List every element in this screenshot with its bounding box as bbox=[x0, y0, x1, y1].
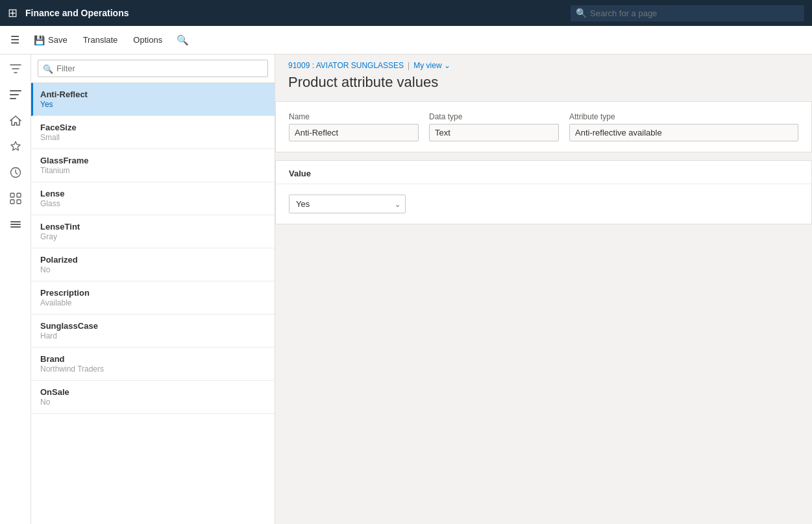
svg-rect-5 bbox=[17, 193, 21, 197]
options-button[interactable]: Options bbox=[127, 31, 169, 49]
fields-row: Name Data type Attribute type bbox=[289, 112, 798, 141]
favorites-button[interactable] bbox=[4, 135, 27, 158]
my-view-label: My view bbox=[413, 61, 441, 70]
list-item[interactable]: Lense Glass bbox=[31, 182, 275, 215]
list-item-value: Available bbox=[40, 298, 265, 307]
value-section-header: Value bbox=[276, 161, 811, 184]
value-select-wrapper: Yes No ⌄ bbox=[289, 195, 406, 213]
svg-rect-6 bbox=[10, 200, 14, 204]
fields-card: Name Data type Attribute type bbox=[275, 101, 812, 152]
svg-rect-4 bbox=[10, 193, 14, 197]
search-wrapper: 🔍 bbox=[571, 5, 804, 21]
list-item[interactable]: FaceSize Small bbox=[31, 116, 275, 149]
breadcrumb-item-code[interactable]: 91009 : AVIATOR SUNGLASSES bbox=[288, 61, 404, 70]
svg-rect-9 bbox=[10, 224, 21, 225]
main-layout: 🔍 Anti-Reflect Yes FaceSize Small GlassF… bbox=[0, 54, 812, 524]
list-item[interactable]: Brand Northwind Traders bbox=[31, 348, 275, 381]
value-section-body: Yes No ⌄ bbox=[276, 184, 811, 224]
grid-icon[interactable]: ⊞ bbox=[8, 6, 18, 20]
search-icon-top: 🔍 bbox=[576, 8, 587, 18]
recent-button[interactable] bbox=[4, 161, 27, 184]
left-sidebar bbox=[0, 54, 31, 524]
list-item-name: LenseTint bbox=[40, 222, 265, 232]
svg-rect-8 bbox=[10, 221, 21, 222]
save-button[interactable]: 💾 Save bbox=[27, 31, 74, 49]
svg-rect-2 bbox=[10, 98, 16, 99]
name-label: Name bbox=[289, 112, 419, 121]
app-title: Finance and Operations bbox=[25, 8, 563, 18]
filter-icon: 🔍 bbox=[43, 64, 53, 73]
list-item-name: Lense bbox=[40, 189, 265, 198]
list-item-name: OnSale bbox=[40, 387, 265, 397]
data-type-label: Data type bbox=[429, 112, 559, 121]
attr-type-label: Attribute type bbox=[569, 112, 798, 121]
svg-rect-10 bbox=[10, 226, 21, 228]
list-item-value: Hard bbox=[40, 331, 265, 340]
list-item-name: GlassFrame bbox=[40, 156, 265, 165]
value-select[interactable]: Yes No bbox=[289, 195, 406, 213]
translate-button[interactable]: Translate bbox=[77, 31, 125, 49]
value-section: Value Yes No ⌄ bbox=[275, 160, 812, 224]
data-type-input[interactable] bbox=[429, 124, 559, 141]
filter-bar: 🔍 bbox=[31, 54, 275, 83]
list-item[interactable]: Anti-Reflect Yes bbox=[31, 83, 275, 116]
list-item-name: Polarized bbox=[40, 255, 265, 265]
name-field-group: Name bbox=[289, 112, 419, 141]
list-item-value: Gray bbox=[40, 232, 265, 241]
page-title: Product attribute values bbox=[275, 71, 812, 101]
home-button[interactable] bbox=[4, 109, 27, 132]
filter-input[interactable] bbox=[38, 60, 268, 77]
list-item-name: FaceSize bbox=[40, 123, 265, 132]
attribute-list: Anti-Reflect Yes FaceSize Small GlassFra… bbox=[31, 83, 275, 524]
attr-type-input[interactable] bbox=[569, 124, 798, 141]
list-item[interactable]: GlassFrame Titanium bbox=[31, 149, 275, 182]
my-view-button[interactable]: My view ⌄ bbox=[413, 61, 450, 70]
list-item[interactable]: SunglassCase Hard bbox=[31, 315, 275, 348]
filter-sidebar-button[interactable] bbox=[4, 57, 27, 80]
list-item-value: Northwind Traders bbox=[40, 364, 265, 374]
svg-rect-1 bbox=[10, 94, 19, 95]
breadcrumb-separator: | bbox=[408, 61, 410, 70]
options-label: Options bbox=[133, 35, 162, 45]
hamburger-button[interactable]: ☰ bbox=[5, 30, 25, 50]
list-item[interactable]: Prescription Available bbox=[31, 281, 275, 315]
svg-rect-7 bbox=[17, 200, 21, 204]
name-input[interactable] bbox=[289, 124, 419, 141]
list-item-value: Yes bbox=[40, 100, 265, 109]
list-item-value: Titanium bbox=[40, 166, 265, 175]
list-item-value: Glass bbox=[40, 199, 265, 208]
list-item-value: No bbox=[40, 398, 265, 407]
command-search-button[interactable]: 🔍 bbox=[171, 30, 194, 50]
save-label: Save bbox=[48, 35, 68, 45]
list-item-name: SunglassCase bbox=[40, 321, 265, 331]
top-nav-bar: ⊞ Finance and Operations 🔍 bbox=[0, 0, 812, 26]
list-item[interactable]: OnSale No bbox=[31, 381, 275, 414]
svg-rect-0 bbox=[10, 90, 21, 91]
list-item[interactable]: Polarized No bbox=[31, 248, 275, 281]
data-type-field-group: Data type bbox=[429, 112, 559, 141]
breadcrumb: 91009 : AVIATOR SUNGLASSES | My view ⌄ bbox=[275, 54, 812, 71]
lines-icon-button[interactable] bbox=[4, 83, 27, 106]
list-item-name: Anti-Reflect bbox=[40, 89, 265, 99]
command-bar: ☰ 💾 Save Translate Options 🔍 bbox=[0, 26, 812, 54]
list-item-value: Small bbox=[40, 133, 265, 142]
list-item-name: Prescription bbox=[40, 288, 265, 298]
modules-button[interactable] bbox=[4, 213, 27, 236]
list-panel: 🔍 Anti-Reflect Yes FaceSize Small GlassF… bbox=[31, 54, 275, 524]
workspaces-button[interactable] bbox=[4, 187, 27, 210]
save-icon: 💾 bbox=[34, 35, 45, 45]
list-item-name: Brand bbox=[40, 354, 265, 364]
list-item-value: No bbox=[40, 265, 265, 274]
global-search-input[interactable] bbox=[571, 5, 804, 21]
chevron-down-icon: ⌄ bbox=[444, 61, 450, 70]
translate-label: Translate bbox=[83, 35, 118, 45]
list-item[interactable]: LenseTint Gray bbox=[31, 215, 275, 248]
detail-panel: 91009 : AVIATOR SUNGLASSES | My view ⌄ P… bbox=[275, 54, 812, 524]
attr-type-field-group: Attribute type bbox=[569, 112, 798, 141]
